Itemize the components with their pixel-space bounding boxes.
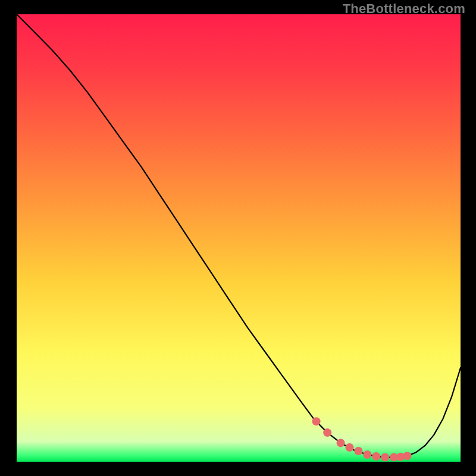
- curve-marker: [381, 453, 389, 461]
- curve-marker: [312, 417, 321, 425]
- curve-marker: [323, 428, 331, 437]
- curve-marker: [346, 443, 354, 452]
- curve-marker: [337, 439, 345, 447]
- gradient-background: [17, 14, 461, 462]
- curve-marker: [372, 452, 380, 461]
- curve-marker: [363, 450, 371, 459]
- curve-marker: [403, 452, 411, 460]
- chart-svg: [17, 14, 461, 462]
- chart-plot-area: [17, 14, 461, 462]
- curve-marker: [354, 447, 362, 455]
